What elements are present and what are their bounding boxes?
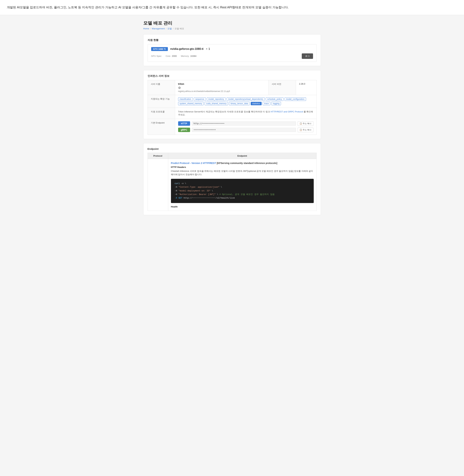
- features-tag-list: classificationsequencemodel_repositorymo…: [178, 97, 313, 105]
- breadcrumb-model[interactable]: 모델: [167, 27, 172, 30]
- endpoint-cell: HTTP http://•••••••••••••••••• 📋 주소 복사 g…: [175, 119, 317, 135]
- features-label: 지원되는 확장 기능: [147, 95, 175, 108]
- server-version-value: 2.28.0: [299, 83, 305, 85]
- features-cell: classificationsequencemodel_repositorymo…: [175, 95, 317, 108]
- http-badge: HTTP: [178, 121, 190, 126]
- spec-memory: Memory 16384: [181, 55, 196, 57]
- http-headers-title: HTTP Headers: [171, 166, 314, 168]
- endpoint-content-cell: Predict Protocol - Version 2 HTTP/REST […: [168, 159, 317, 211]
- log-button[interactable]: 로그: [302, 53, 313, 59]
- col-protocol: Protocol: [147, 153, 168, 159]
- endpoint-table-row: Predict Protocol - Version 2 HTTP/REST […: [147, 159, 317, 211]
- spec-core-label: Core: [166, 55, 170, 57]
- endpoint-table: Protocol Endpoint Predict Protocol - Ver…: [147, 153, 317, 211]
- breadcrumb-current: 모델 배포: [174, 27, 184, 30]
- top-banner: 개발된 AI모델을 업로드하여 버전, 플러그인, 노트북 등 지속적인 관리가…: [0, 0, 464, 15]
- gpu-count-symbol: ×: [206, 47, 207, 50]
- spec-core-value: 2000: [172, 55, 177, 57]
- endpoint-section-title: Endpoint: [147, 147, 317, 150]
- gpu-count: × 1: [206, 47, 210, 50]
- features-row: 지원되는 확장 기능 classificationsequencemodel_r…: [147, 95, 317, 108]
- grpc-copy-button[interactable]: 📋 주소 복사: [298, 128, 313, 132]
- resource-specs: GPU Spec Core 2000 Memory 16384 로그: [151, 53, 313, 59]
- spec-core: Core 2000: [166, 55, 177, 57]
- server-name-row: 서버 이름 triton ⚙ registry.aifrica.co.kr/ch…: [147, 80, 317, 95]
- feature-tag-statistics: statistics: [251, 102, 262, 105]
- gpu-name: nvidia-geforce-gtx-1080-ti: [170, 47, 203, 50]
- resource-section-title: 자원 현황: [147, 38, 317, 42]
- server-version-label: 서버 버전: [269, 80, 296, 95]
- server-name-sub: registry.aifrica.co.kr/cheetah/nvidia/tr…: [178, 90, 266, 93]
- server-name-label: 서버 이름: [147, 80, 175, 95]
- feature-tag-model_repository: model_repository: [207, 97, 226, 101]
- banner-text: 개발된 AI모델을 업로드하여 버전, 플러그인, 노트북 등 지속적인 관리가…: [7, 6, 289, 9]
- endpoint-row-list: HTTP http://•••••••••••••••••• 📋 주소 복사 g…: [178, 121, 313, 132]
- feature-tag-cuda_shared_memory: cuda_shared_memory: [205, 102, 228, 105]
- http-addr: http://••••••••••••••••••: [192, 121, 296, 126]
- feature-tag-classification: classification: [178, 97, 193, 101]
- spec-memory-value: 16384: [190, 55, 196, 57]
- col-endpoint: Endpoint: [168, 153, 317, 159]
- gpu-count-value: 1: [209, 47, 210, 50]
- protocol-row: 지원 프로토콜 Triton Inference Server에서 제공되는 확…: [147, 108, 317, 119]
- grpc-badge: gRPC: [178, 128, 190, 132]
- breadcrumb-management[interactable]: Management: [152, 27, 165, 30]
- resource-section: 자원 현황 GTX 1080 Ti nvidia-geforce-gtx-108…: [143, 34, 321, 66]
- spec-memory-label: Memory: [181, 55, 189, 57]
- grpc-addr: ••••••••••••••••••: [192, 128, 296, 132]
- resource-header: GTX 1080 Ti nvidia-geforce-gtx-1080-ti ×…: [151, 47, 313, 51]
- inference-section-title: 인퍼런스 서버 정보: [147, 75, 317, 78]
- endpoint-label: 기본 Endpoint: [147, 119, 175, 135]
- proto-cell: [147, 159, 168, 211]
- code-line3: -H "model-deployment-sn: 33" \: [175, 189, 310, 193]
- protocol-note: Triton Inference Server에서 제공되는 확장정보와 자세한…: [178, 110, 313, 116]
- health-title: Health: [171, 205, 314, 208]
- feature-tag-sequence: sequence: [194, 97, 206, 101]
- predict-link[interactable]: Predict Protocol - Version 2 HTTP/REST: [171, 162, 216, 164]
- endpoint-section: Endpoint Protocol Endpoint Predict Proto…: [143, 143, 321, 215]
- feature-tag-logging: logging: [271, 102, 281, 105]
- endpoint-row: 기본 Endpoint HTTP http://••••••••••••••••…: [147, 119, 317, 135]
- code-block: curl -v \ -H "Content-Type: application/…: [171, 179, 314, 203]
- protocol-link[interactable]: HTTP/REST and GRPC Protocol: [271, 110, 303, 113]
- spec-gpuspec: GPU Spec: [151, 55, 162, 57]
- inference-info-table: 서버 이름 triton ⚙ registry.aifrica.co.kr/ch…: [147, 80, 317, 135]
- endpoint-table-header: Protocol Endpoint: [147, 153, 317, 159]
- feature-tag-model_repository(unload_dependents): model_repository(unload_dependents): [227, 97, 265, 101]
- spec-items: GPU Spec Core 2000 Memory 16384: [151, 55, 197, 57]
- predict-bracket-text: [KFServing community standard inference …: [217, 162, 277, 164]
- code-line1: curl -v \: [175, 182, 310, 186]
- server-name-cell: triton ⚙ registry.aifrica.co.kr/cheetah/…: [175, 80, 269, 95]
- feature-tag-trace: trace: [263, 102, 270, 105]
- resource-card: GTX 1080 Ti nvidia-geforce-gtx-1080-ti ×…: [147, 44, 317, 62]
- server-version-cell: 2.28.0: [296, 80, 317, 95]
- breadcrumb-home[interactable]: Home: [143, 27, 149, 30]
- feature-tag-system_shared_memory: system_shared_memory: [178, 102, 203, 105]
- protocol-text: Triton Inference Server에서 제공되는 확장정보와 자세한…: [178, 110, 270, 113]
- feature-tag-schedule_policy: schedule_policy: [266, 97, 283, 101]
- http-endpoint-item: HTTP http://•••••••••••••••••• 📋 주소 복사: [178, 121, 313, 126]
- breadcrumb: Home / Management / 모델 / 모델 배포: [143, 27, 321, 30]
- page-title: 모델 배포 관리: [143, 20, 321, 26]
- http-copy-button[interactable]: 📋 주소 복사: [298, 121, 313, 126]
- code-line2: -H "Content-Type: application/json" \: [175, 186, 310, 189]
- feature-tag-binary_tensor_data: binary_tensor_data: [229, 102, 250, 105]
- http-headers-desc: Cheetah Inference 서버로 접속을 위해서는 배포된 모델의 시…: [171, 169, 314, 177]
- feature-tag-model_configuration: model_configuration: [284, 97, 306, 101]
- gpu-badge: GTX 1080 Ti: [151, 47, 168, 51]
- spec-gpuspec-label: GPU Spec: [151, 55, 162, 57]
- protocol-label: 지원 프로토콜: [147, 108, 175, 119]
- protocol-cell: Triton Inference Server에서 제공되는 확장정보와 자세한…: [175, 108, 317, 119]
- predict-title: Predict Protocol - Version 2 HTTP/REST […: [171, 162, 314, 164]
- grpc-endpoint-item: gRPC •••••••••••••••••• 📋 주소 복사: [178, 128, 313, 132]
- server-name-main: triton: [178, 83, 266, 85]
- code-line4: -H "Authorization: Bearer [JWT]" \ # Opt…: [175, 193, 310, 196]
- inference-section: 인퍼런스 서버 정보 서버 이름 triton ⚙ registry.aifri…: [143, 70, 321, 139]
- code-line5: -X GET http://••••••••••••••••••/v2/heal…: [175, 196, 310, 200]
